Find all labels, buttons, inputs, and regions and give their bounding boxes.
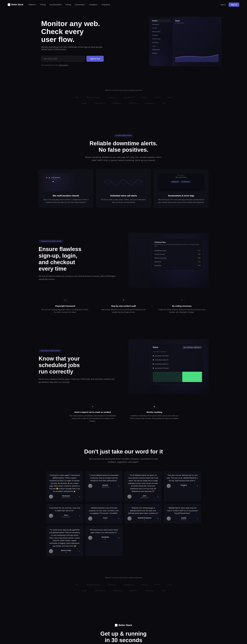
start-free-button[interactable]: Start for free [86,56,104,62]
mockup-url: bme.com/status [175,22,219,24]
header-right: Sign in Sign up [221,2,239,7]
client-logo: Canal+ [81,590,87,592]
map-count: 2 locations [51,178,57,180]
client-logo: GitLab [141,96,147,98]
brand-logo[interactable]: Better Stack [8,3,23,6]
status-dot [153,368,154,369]
eye-icon: ◉ [152,404,157,409]
feature-audit: ☰ Step-by-step incident audit See exactl… [97,298,150,314]
tweet-text: "@BetterStackHQ is one of the best produ… [88,507,120,515]
client-logo: unicef [168,96,172,98]
tweet-author: Conor @ 𝕏 [88,516,120,520]
author-handle: @chrisbleary [54,516,78,518]
chevron-down-icon: ▾ [36,4,36,6]
logos-row-2: Canal+ DECATHLON Rainforest LIBERTEX sal… [46,102,201,104]
avatar [167,484,171,488]
hero-section: Monitor any web. Check every user flow. … [0,9,247,82]
feature-request: ⊘ Send a request not to create an incide… [66,404,120,422]
author-name: Valentin Prugnaud [133,517,156,519]
mockup-nav-item: Infrastructure [151,37,171,40]
client-logo: unicef [168,584,172,586]
tweet-text: "So far @BetterUptime has given me more … [127,474,159,493]
author-name: Quentin [94,484,117,486]
location-dot [46,177,47,178]
transaction-two-col: Transaction Monitoring Ensure flawless s… [39,233,208,287]
author-name: Tanaikou [172,484,195,486]
feature-monitor-anything: ◉ Monitor anything Heartbeat monitoring … [127,404,181,422]
status-dot [153,364,154,364]
uptime-badge: Uptime Monitoring [114,134,133,137]
tweet-card[interactable]: "I moved @BetterUptime for transaction m… [86,471,122,502]
transaction-features: ⟨⟩ Playwright framework Re-use your exis… [39,298,208,314]
tweet-card[interactable]: "We have set up a entry custom status pa… [86,526,122,556]
slash-icon: ⊘ [90,404,95,409]
author-name: NovaLand [54,495,78,497]
tweet-card[interactable]: "Looking for a status page? I recommend … [46,471,83,502]
hero-hint: Free onboarding & free to book a demo [41,64,118,66]
client-logo: accenture [107,584,115,586]
card-desc: We record your API's error message and t… [158,198,205,204]
hb-item: pg_dump to S3 east 1 [153,354,202,358]
testimonial-grid: "Looking for a status page? I recommend … [46,471,201,556]
nav-community[interactable]: Community▾ [75,4,85,6]
tweet-text: "We have set up a entry custom status pa… [88,528,120,534]
feature-desc: Heartbeat monitoring can be used to chec… [130,414,179,420]
nav-platform[interactable]: Platform▾ [28,4,36,6]
hb-graph [153,372,202,382]
uptime-section: Uptime Monitoring Reliable downtime aler… [31,121,216,220]
email-input[interactable] [41,56,85,62]
signup-button[interactable]: Sign up [229,2,239,7]
tweet-author: Tanaikou @ 𝕏 [167,484,198,488]
location-dot [53,181,54,182]
mockup-nav-item: Settings [151,52,171,55]
nav-enterprise[interactable]: Enterprise [102,4,110,6]
mockup-main: Stripe bme.com/status [173,17,221,66]
header-left: Better Stack Platform▾ Pricing Documenta… [8,3,110,6]
map-label: North America [51,177,60,178]
nav-pricing[interactable]: Pricing [40,4,46,6]
avatar [167,516,171,520]
card-title: Unlimited voice call alerts [100,194,147,197]
avatar [88,516,92,520]
tweet-text: "@BetterUptime status page looks SO neat… [167,507,198,515]
client-logo: LIBERTEX [129,590,138,592]
nav-company[interactable]: Company▾ [89,4,98,6]
uptime-cards: North America 2 locations 30s multi-loca… [39,170,208,208]
tweet-card[interactable]: "One year one line: @Sinak and my next y… [164,471,201,502]
twitter-icon: 𝕏 [197,485,198,487]
twitter-icon: 𝕏 [79,515,80,517]
mockup-sidebar: Monitors Heartbeats On-call Status pages… [149,17,173,66]
checkout-row: Submitting3.1s [154,264,201,268]
tweet-card[interactable]: "So far @BetterUptime has given me more … [125,471,161,502]
nav-pricing2[interactable]: Pricing [65,4,71,6]
client-logo: salesforce [146,590,154,592]
checkout-row: Filling form1.2s [154,260,201,264]
testimonials-sub: We're proud to be working with these inc… [85,457,162,464]
nav-docs[interactable]: Documentation [49,4,62,6]
avatar [127,516,132,520]
hb-item: pg_dump to S3 west 1 [153,366,202,370]
tweet-card[interactable]: "I'm utterly blown away by @LoggRaPIG an… [46,526,83,556]
tweet-card[interactable]: "@BetterStackHQ is one of the best produ… [86,504,122,523]
heartbeat-sub: Never lose a database backup again. Trac… [39,378,116,384]
checkout-row: Clicking element1.4s [154,252,201,256]
twitter-icon: 𝕏 [157,518,159,520]
author-handle: @ [94,519,117,520]
book-demo-link[interactable]: book a demo [59,64,68,66]
tweet-text: "I moved @BetterUptime for transaction m… [88,474,120,482]
logos-row-1: malt. Schwarz Gruppe accenture Raspberry… [46,96,201,98]
tweet-text: "I just tested this out, and man, some t… [49,507,80,512]
checkout-mockup: Checkout flow https://www.apple.com/shop… [152,238,203,270]
hb-chip: fps: 0.05 (time: 1426/sec*) [182,346,202,349]
list-icon: ☰ [121,298,126,303]
cursor-icon: ↖ [179,298,184,303]
client-logo: salesforce [146,102,154,104]
signin-link[interactable]: Sign in [221,4,226,6]
tweet-card[interactable]: "I just tested this out, and man, some t… [46,504,83,523]
tweet-card[interactable]: "@BetterUptime status page looks SO neat… [164,504,201,523]
logo-icon [8,3,10,6]
tweet-card[interactable]: "Switched from @Statuspage to @BetterUpt… [125,504,161,523]
mockup-nav-item: Escalation [151,41,171,44]
tweet-author: Darren Frister @ 𝕏 [49,549,80,553]
author-handle: @ [172,486,195,488]
